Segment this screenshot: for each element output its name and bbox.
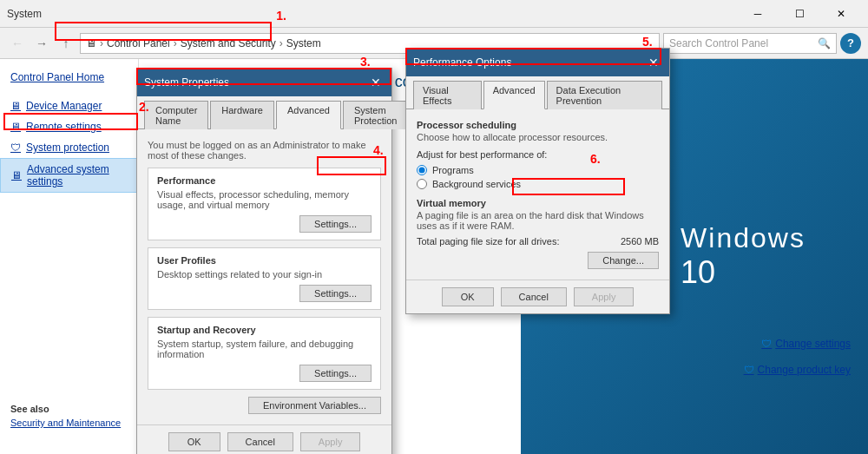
processor-scheduling-desc: Choose how to allocate processor resourc…	[417, 132, 659, 142]
processor-scheduling-title: Processor scheduling	[417, 120, 659, 130]
environment-variables-button[interactable]: Environment Variables...	[248, 397, 381, 414]
sidebar-label-advanced: Advanced system settings	[27, 163, 127, 188]
user-profiles-settings-button[interactable]: Settings...	[299, 285, 372, 302]
background-services-radio-label[interactable]: Background services	[417, 179, 659, 189]
window-controls: ─ ☐ ✕	[738, 0, 861, 28]
sidebar-item-system-protection[interactable]: 🛡 System protection	[0, 137, 138, 158]
performance-ok-button[interactable]: OK	[442, 287, 494, 306]
remote-settings-icon: 🖥	[10, 121, 21, 133]
sidebar-label-remote-settings: Remote settings	[26, 121, 102, 133]
back-button[interactable]: ←	[7, 33, 28, 54]
maximize-button[interactable]: ☐	[779, 0, 819, 28]
tab-advanced-perf[interactable]: Advanced	[483, 81, 545, 109]
admin-note: You must be logged on as an Administrato…	[148, 140, 381, 161]
processor-scheduling-section: Processor scheduling Choose how to alloc…	[417, 120, 659, 189]
performance-options-dialog: Performance Options ✕ Visual Effects Adv…	[405, 48, 670, 314]
change-settings-link[interactable]: 🛡 Change settings	[761, 338, 851, 350]
adjust-label: Adjust for best performance of:	[417, 149, 659, 160]
advanced-settings-icon: 🖥	[11, 169, 22, 181]
startup-recovery-desc: System startup, system failure, and debu…	[157, 339, 372, 359]
tab-system-protection[interactable]: System Protection	[343, 101, 409, 129]
sidebar-item-advanced-system-settings[interactable]: 🖥 Advanced system settings	[0, 158, 138, 193]
system-properties-tabs: Computer Name Hardware Advanced System P…	[137, 96, 391, 129]
startup-recovery-section: Startup and Recovery System startup, sys…	[148, 317, 381, 390]
performance-title: Performance	[157, 175, 372, 186]
virtual-memory-desc: A paging file is an area on the hard dis…	[417, 210, 659, 231]
forward-button[interactable]: →	[31, 33, 52, 54]
breadcrumb-item-3[interactable]: System	[286, 37, 321, 49]
search-placeholder: Search Control Panel	[669, 37, 768, 49]
tab-computer-name[interactable]: Computer Name	[144, 101, 208, 129]
performance-options-title: Performance Options	[413, 56, 511, 69]
performance-options-close-button[interactable]: ✕	[645, 54, 662, 71]
windows-text-group: Windows 10	[681, 222, 806, 291]
title-bar: System ─ ☐ ✕	[0, 0, 868, 28]
sidebar-label-device-manager: Device Manager	[26, 100, 102, 112]
system-properties-apply-button[interactable]: Apply	[300, 432, 361, 451]
tab-visual-effects[interactable]: Visual Effects	[413, 81, 482, 109]
change-product-key-link[interactable]: 🛡 Change product key	[744, 364, 851, 376]
virtual-memory-section: Virtual memory A paging file is an area …	[417, 198, 659, 269]
search-box[interactable]: Search Control Panel 🔍	[663, 33, 837, 54]
startup-recovery-title: Startup and Recovery	[157, 325, 372, 335]
sidebar-item-remote-settings[interactable]: 🖥 Remote settings	[0, 116, 138, 137]
change-button[interactable]: Change...	[588, 252, 659, 269]
help-button[interactable]: ?	[840, 33, 861, 54]
system-properties-cancel-button[interactable]: Cancel	[227, 432, 293, 451]
user-profiles-desc: Desktop settings related to your sign-in	[157, 269, 372, 280]
system-properties-title: System Properties	[144, 76, 229, 89]
system-properties-content: You must be logged on as an Administrato…	[137, 129, 391, 424]
total-paging-row: Total paging file size for all drives: 2…	[417, 236, 659, 247]
programs-label: Programs	[432, 165, 474, 175]
breadcrumb-item-1[interactable]: Control Panel	[107, 37, 170, 49]
system-protection-icon: 🛡	[10, 141, 21, 154]
background-services-radio[interactable]	[417, 179, 427, 189]
performance-options-title-bar: Performance Options ✕	[406, 49, 669, 76]
performance-options-content: Processor scheduling Choose how to alloc…	[406, 109, 669, 280]
system-properties-title-bar: System Properties ✕	[137, 69, 391, 96]
user-profiles-section: User Profiles Desktop settings related t…	[148, 247, 381, 310]
up-button[interactable]: ↑	[56, 33, 76, 54]
close-button[interactable]: ✕	[821, 0, 861, 28]
total-paging-value: 2560 MB	[621, 236, 659, 247]
breadcrumb-icon: 🖥	[86, 37, 96, 49]
system-properties-ok-button[interactable]: OK	[168, 432, 220, 451]
minimize-button[interactable]: ─	[738, 0, 778, 28]
system-properties-close-button[interactable]: ✕	[367, 74, 385, 91]
see-also-section: See also Security and Maintenance	[10, 404, 139, 428]
performance-apply-button[interactable]: Apply	[574, 287, 635, 306]
programs-radio-label[interactable]: Programs	[417, 165, 659, 175]
system-properties-dialog: System Properties ✕ Computer Name Hardwa…	[136, 68, 392, 454]
window-title: System	[7, 8, 738, 20]
key-shield-icon: 🛡	[744, 364, 754, 376]
sidebar-home[interactable]: Control Panel Home	[0, 66, 138, 89]
startup-recovery-settings-button[interactable]: Settings...	[299, 365, 372, 382]
performance-options-footer: OK Cancel Apply	[406, 280, 669, 313]
tab-hardware[interactable]: Hardware	[210, 101, 274, 129]
tab-advanced[interactable]: Advanced	[276, 101, 341, 129]
search-icon: 🔍	[818, 37, 831, 49]
performance-tabs: Visual Effects Advanced Data Execution P…	[406, 76, 669, 109]
sidebar: Control Panel Home 🖥 Device Manager 🖥 Re…	[0, 59, 139, 454]
virtual-memory-title: Virtual memory	[417, 198, 659, 208]
see-also-title: See also	[10, 404, 139, 414]
windows-version: 10	[681, 254, 806, 291]
performance-section: Performance Visual effects, processor sc…	[148, 168, 381, 240]
processor-radio-group: Programs Background services	[417, 165, 659, 189]
total-paging-label: Total paging file size for all drives:	[417, 236, 559, 247]
windows-text: Windows	[681, 222, 806, 254]
security-maintenance-link[interactable]: Security and Maintenance	[10, 418, 139, 428]
background-services-label: Background services	[432, 179, 521, 189]
tab-data-execution[interactable]: Data Execution Prevention	[547, 81, 662, 109]
performance-desc: Visual effects, processor scheduling, me…	[157, 189, 372, 210]
shield-icon: 🛡	[761, 338, 772, 350]
performance-settings-button[interactable]: Settings...	[299, 215, 372, 233]
sidebar-label-system-protection: System protection	[26, 141, 109, 154]
device-manager-icon: 🖥	[10, 100, 21, 112]
performance-cancel-button[interactable]: Cancel	[501, 287, 567, 306]
programs-radio[interactable]	[417, 165, 427, 175]
system-properties-footer: OK Cancel Apply	[137, 424, 391, 454]
sidebar-item-device-manager[interactable]: 🖥 Device Manager	[0, 95, 138, 116]
user-profiles-title: User Profiles	[157, 255, 372, 266]
breadcrumb-item-2[interactable]: System and Security	[181, 37, 276, 49]
